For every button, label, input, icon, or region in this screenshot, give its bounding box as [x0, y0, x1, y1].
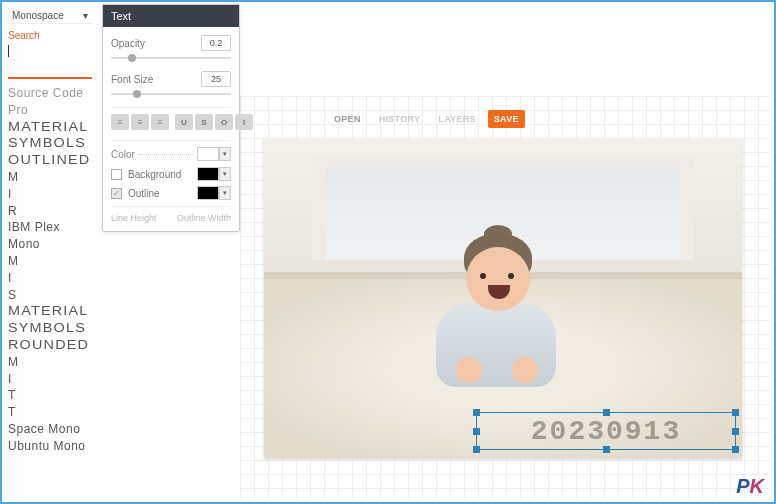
font-size-label: Font Size — [111, 74, 153, 85]
resize-handle[interactable] — [603, 409, 610, 416]
align-right-icon[interactable]: ≡ — [151, 114, 169, 130]
open-button[interactable]: OPEN — [328, 110, 367, 128]
layers-button[interactable]: LAYERS — [432, 110, 481, 128]
list-item[interactable]: M — [8, 354, 92, 371]
underline-icon[interactable]: U — [175, 114, 193, 130]
list-item[interactable]: ROUNDED — [8, 337, 89, 354]
panel-title[interactable]: Text — [103, 5, 239, 27]
chevron-down-icon: ▾ — [83, 10, 88, 21]
search-field[interactable] — [8, 61, 92, 79]
italic-icon[interactable]: I — [235, 114, 253, 130]
background-label: Background — [128, 169, 191, 180]
list-item[interactable]: Mono — [8, 236, 92, 253]
watermark: PK — [736, 475, 764, 498]
list-item[interactable]: T — [8, 404, 92, 421]
background-checkbox[interactable] — [111, 169, 122, 180]
list-item[interactable]: M — [8, 169, 92, 186]
list-item[interactable]: SYMBOLS — [8, 320, 86, 337]
outline-swatch[interactable]: ▾ — [197, 186, 231, 200]
swatch-box — [197, 167, 219, 181]
text-panel[interactable]: Text Opacity 0.2 Font Size 25 ≡ ≡ ≡ U S — [102, 4, 240, 232]
search-label: Search — [8, 30, 92, 41]
font-sidebar: Monospace ▾ Search Source Code Pro MATER… — [2, 2, 98, 502]
main-toolbar: OPEN HISTORY LAYERS SAVE — [328, 110, 525, 128]
list-item[interactable]: I — [8, 371, 92, 388]
font-family-select[interactable]: Monospace ▾ — [8, 8, 92, 24]
list-item[interactable]: Ubuntu Mono — [8, 438, 92, 455]
font-size-slider[interactable] — [111, 89, 231, 99]
resize-handle[interactable] — [603, 446, 610, 453]
overlay-text[interactable]: 20230913 — [477, 413, 735, 449]
history-button[interactable]: HISTORY — [373, 110, 427, 128]
list-item[interactable]: S — [8, 287, 92, 304]
list-item[interactable]: I — [8, 186, 92, 203]
strike-icon[interactable]: S — [195, 114, 213, 130]
list-item[interactable]: SYMBOLS — [8, 135, 86, 152]
font-family-label: Monospace — [12, 10, 64, 21]
opacity-label: Opacity — [111, 38, 145, 49]
color-swatch[interactable]: ▾ — [197, 147, 231, 161]
list-item[interactable]: R — [8, 203, 92, 220]
align-left-icon[interactable]: ≡ — [111, 114, 129, 130]
list-item[interactable]: MATERIAL — [8, 119, 89, 136]
watermark-p: P — [736, 475, 749, 497]
resize-handle[interactable] — [732, 446, 739, 453]
panel-body: Opacity 0.2 Font Size 25 ≡ ≡ ≡ U S O I — [103, 27, 239, 231]
search-input[interactable] — [8, 41, 92, 79]
chevron-down-icon[interactable]: ▾ — [219, 186, 231, 200]
list-item[interactable]: M — [8, 253, 92, 270]
outline-label: Outline — [128, 188, 191, 199]
text-layer-selection[interactable]: 20230913 — [476, 412, 736, 450]
save-button[interactable]: SAVE — [488, 110, 525, 128]
text-caret — [8, 45, 9, 57]
resize-handle[interactable] — [473, 446, 480, 453]
list-item[interactable]: Space Mono — [8, 421, 92, 438]
list-item[interactable]: IBM Plex — [8, 219, 92, 236]
line-height-label: Line Height — [111, 213, 157, 223]
photo-illustration — [264, 138, 742, 458]
opacity-value[interactable]: 0.2 — [201, 35, 231, 51]
outline-checkbox[interactable]: ✓ — [111, 188, 122, 199]
resize-handle[interactable] — [732, 409, 739, 416]
resize-handle[interactable] — [473, 409, 480, 416]
opacity-slider[interactable] — [111, 53, 231, 63]
chevron-down-icon[interactable]: ▾ — [219, 167, 231, 181]
list-item[interactable]: Source Code — [8, 85, 92, 102]
background-swatch[interactable]: ▾ — [197, 167, 231, 181]
list-item[interactable]: I — [8, 270, 92, 287]
watermark-k: K — [750, 475, 764, 497]
canvas-image[interactable] — [264, 138, 742, 458]
chevron-down-icon[interactable]: ▾ — [219, 147, 231, 161]
color-swatch-box — [197, 147, 219, 161]
list-item[interactable]: Pro — [8, 102, 92, 119]
outline-width-label: Outline Width — [177, 213, 231, 223]
swatch-box — [197, 186, 219, 200]
list-item[interactable]: OUTLINED — [8, 152, 90, 169]
list-item[interactable]: T — [8, 387, 92, 404]
resize-handle[interactable] — [732, 428, 739, 435]
resize-handle[interactable] — [473, 428, 480, 435]
align-center-icon[interactable]: ≡ — [131, 114, 149, 130]
list-item[interactable]: MATERIAL — [8, 303, 89, 320]
overline-icon[interactable]: O — [215, 114, 233, 130]
font-size-value[interactable]: 25 — [201, 71, 231, 87]
color-label: Color — [111, 149, 135, 160]
font-list[interactable]: Source Code Pro MATERIAL SYMBOLS OUTLINE… — [8, 85, 92, 455]
